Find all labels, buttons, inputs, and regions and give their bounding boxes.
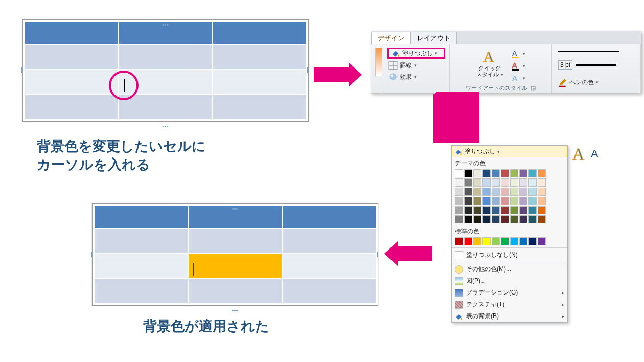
color-swatch[interactable]: [501, 178, 509, 187]
color-swatch[interactable]: [538, 178, 546, 187]
color-swatch[interactable]: [455, 178, 463, 187]
color-swatch[interactable]: [455, 215, 463, 223]
color-swatch[interactable]: [528, 169, 537, 177]
color-swatch[interactable]: [519, 188, 527, 196]
color-swatch[interactable]: [538, 215, 546, 223]
color-swatch[interactable]: [473, 188, 481, 196]
pen-color-button[interactable]: ペンの色▾: [558, 77, 634, 88]
color-swatch[interactable]: [464, 188, 472, 196]
filled-cell[interactable]: [188, 254, 282, 279]
color-swatch[interactable]: [455, 206, 463, 214]
color-swatch[interactable]: [538, 188, 546, 196]
color-swatch[interactable]: [464, 178, 472, 187]
color-swatch[interactable]: [473, 197, 481, 205]
color-swatch[interactable]: [473, 169, 481, 177]
svg-line-12: [441, 96, 469, 134]
color-swatch[interactable]: [538, 237, 546, 245]
color-swatch[interactable]: [501, 215, 509, 223]
color-swatch[interactable]: [473, 215, 481, 223]
color-swatch[interactable]: [464, 169, 472, 177]
color-swatch[interactable]: [510, 178, 518, 187]
wordart-a-icon: A A: [571, 144, 602, 165]
svg-text:A: A: [572, 145, 584, 163]
color-swatch[interactable]: [455, 188, 463, 196]
pen-style-line[interactable]: [558, 51, 619, 52]
color-swatch[interactable]: [492, 178, 500, 187]
color-swatch[interactable]: [482, 178, 491, 187]
text-effect-button[interactable]: A▾: [511, 73, 525, 83]
color-swatch[interactable]: [455, 237, 463, 245]
text-fill-button[interactable]: A▾: [511, 49, 525, 59]
color-swatch[interactable]: [528, 215, 537, 223]
tab-layout[interactable]: レイアウト: [410, 32, 457, 44]
color-swatch[interactable]: [492, 206, 500, 214]
color-swatch[interactable]: [464, 197, 472, 205]
wordart-a-icon: A: [481, 48, 498, 65]
color-swatch[interactable]: [519, 178, 527, 187]
color-swatch[interactable]: [501, 206, 509, 214]
fill-button[interactable]: 塗りつぶし▾: [387, 48, 445, 59]
standard-colors-label: 標準の色: [452, 225, 567, 237]
texture-fill-item[interactable]: テクスチャ(T) ▸: [452, 299, 567, 310]
effect-button[interactable]: 効果▾: [388, 71, 444, 82]
color-swatch[interactable]: [492, 169, 500, 177]
color-swatch[interactable]: [528, 178, 537, 187]
color-swatch[interactable]: [519, 215, 527, 223]
color-swatch[interactable]: [510, 197, 518, 205]
color-swatch[interactable]: [538, 197, 546, 205]
color-swatch[interactable]: [501, 188, 509, 196]
color-swatch[interactable]: [482, 206, 491, 214]
color-swatch[interactable]: [492, 237, 500, 245]
color-swatch[interactable]: [501, 197, 509, 205]
texture-icon: [455, 301, 463, 309]
color-swatch[interactable]: [464, 206, 472, 214]
color-swatch[interactable]: [464, 237, 472, 245]
color-swatch[interactable]: [482, 169, 491, 177]
color-swatch[interactable]: [455, 169, 463, 177]
color-swatch[interactable]: [501, 169, 509, 177]
color-swatch[interactable]: [528, 237, 537, 245]
color-swatch[interactable]: [492, 188, 500, 196]
color-swatch[interactable]: [528, 206, 537, 214]
color-swatch[interactable]: [492, 197, 500, 205]
color-swatch[interactable]: [492, 215, 500, 223]
color-swatch[interactable]: [455, 197, 463, 205]
color-swatch[interactable]: [482, 197, 491, 205]
color-swatch[interactable]: [473, 237, 481, 245]
svg-text:A: A: [512, 74, 517, 82]
color-swatch[interactable]: [510, 188, 518, 196]
text-outline-button[interactable]: A▾: [511, 61, 525, 71]
color-swatch[interactable]: [510, 237, 518, 245]
color-swatch[interactable]: [538, 169, 546, 177]
color-swatch[interactable]: [482, 188, 491, 196]
border-button[interactable]: 罫線▾: [388, 60, 444, 71]
color-swatch[interactable]: [510, 206, 518, 214]
theme-shade-grid: [452, 178, 567, 225]
gradient-fill-item[interactable]: グラデーション(G) ▸: [452, 287, 567, 299]
quick-style-button[interactable]: A クイック スタイル▾: [476, 48, 503, 83]
color-swatch[interactable]: [501, 237, 509, 245]
tab-design[interactable]: デザイン: [371, 32, 411, 44]
color-swatch[interactable]: [464, 215, 472, 223]
color-swatch[interactable]: [528, 188, 537, 196]
table-cell[interactable]: [25, 44, 119, 70]
no-fill-item[interactable]: 塗りつぶしなし(N): [452, 249, 567, 261]
color-swatch[interactable]: [510, 169, 518, 177]
picture-fill-item[interactable]: 図(P)...: [452, 275, 567, 287]
color-swatch[interactable]: [519, 197, 527, 205]
color-swatch[interactable]: [510, 215, 518, 223]
color-swatch[interactable]: [519, 206, 527, 214]
color-swatch[interactable]: [482, 237, 491, 245]
dialog-launcher-icon[interactable]: ◲: [531, 85, 536, 91]
color-swatch[interactable]: [519, 169, 527, 177]
more-colors-item[interactable]: その他の色(M)...: [452, 263, 567, 275]
fill-button-active[interactable]: 塗りつぶし▾: [452, 146, 567, 157]
color-swatch[interactable]: [482, 215, 491, 223]
color-swatch[interactable]: [528, 197, 537, 205]
table-background-item[interactable]: 表の背景(B) ▸: [452, 310, 567, 322]
color-swatch[interactable]: [473, 206, 481, 214]
color-swatch[interactable]: [519, 237, 527, 245]
pen-weight-select[interactable]: 3 pt: [558, 60, 572, 70]
color-swatch[interactable]: [473, 178, 481, 187]
color-swatch[interactable]: [538, 206, 546, 214]
